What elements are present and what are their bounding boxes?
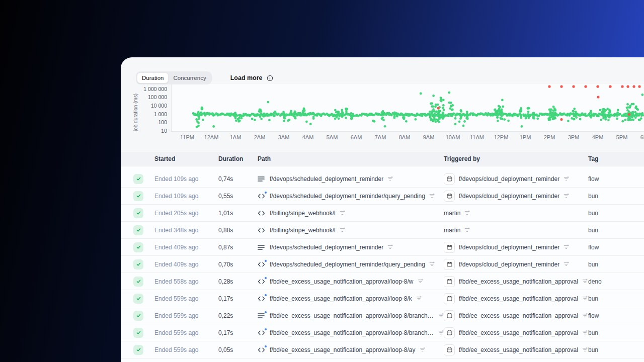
path-link[interactable]: f/bd/ee_excess_usage_notification_approv… [270, 346, 416, 353]
filter-icon[interactable] [564, 193, 569, 199]
filter-icon[interactable] [387, 244, 393, 250]
table-row[interactable]: Ended 109s ago0,74sf/devops/scheduled_de… [121, 170, 644, 188]
started-link[interactable]: Ended 559s ago [154, 295, 198, 302]
started-link[interactable]: Ended 559s ago [154, 312, 198, 319]
filter-icon[interactable] [387, 176, 393, 182]
script-icon [258, 279, 266, 285]
path-link[interactable]: f/bd/ee_excess_usage_notification_approv… [270, 312, 434, 319]
tag-value: bun [588, 227, 644, 234]
trigger-link[interactable]: f/bd/ee_excess_usage_notification_approv… [459, 329, 578, 336]
filter-icon[interactable] [340, 210, 345, 216]
trigger-link[interactable]: f/bd/ee_excess_usage_notification_approv… [459, 295, 578, 302]
info-icon[interactable] [267, 75, 273, 81]
path-link[interactable]: f/devops/scheduled_deployment_reminder/q… [270, 261, 425, 268]
trigger-link[interactable]: f/devops/cloud_deployment_reminder [459, 244, 559, 251]
started-link[interactable]: Ended 205s ago [154, 210, 198, 217]
started-link[interactable]: Ended 348s ago [154, 227, 198, 234]
path-link[interactable]: f/devops/scheduled_deployment_reminder/q… [270, 193, 425, 200]
duration-value: 0,28s [218, 278, 258, 285]
load-more-button[interactable]: Load more [230, 74, 273, 81]
x-tick-label: 6AM [351, 134, 362, 140]
x-tick-label: 3AM [278, 134, 290, 140]
filter-icon[interactable] [420, 347, 425, 352]
draft-dot-icon [265, 192, 267, 194]
started-link[interactable]: Ended 559s ago [154, 346, 198, 353]
filter-icon[interactable] [438, 330, 444, 335]
x-tick-label: 4PM [592, 134, 604, 140]
draft-dot-icon [265, 260, 267, 262]
success-icon [133, 277, 143, 287]
tab-concurrency[interactable]: Concurrency [169, 72, 210, 83]
flow-icon [258, 244, 266, 250]
x-tick-label: 6PM [640, 134, 644, 140]
column-header: Triggered by [444, 155, 588, 162]
table-row[interactable]: Ended 409s ago0,70sf/devops/scheduled_de… [121, 256, 644, 273]
filter-icon[interactable] [582, 313, 588, 318]
trigger-link[interactable]: martin [444, 227, 460, 234]
script-icon [258, 210, 266, 216]
started-link[interactable]: Ended 109s ago [154, 193, 198, 200]
duration-value: 0,55s [218, 193, 258, 200]
table-row[interactable]: Ended 559s ago0,17sf/bd/ee_excess_usage_… [121, 324, 644, 341]
duration-value: 0,05s [218, 346, 258, 353]
filter-icon[interactable] [564, 244, 569, 250]
started-link[interactable]: Ended 409s ago [154, 261, 198, 268]
trigger-link[interactable]: f/bd/ee_excess_usage_notification_approv… [459, 346, 578, 353]
path-link[interactable]: f/bd/ee_excess_usage_notification_approv… [270, 329, 434, 336]
x-tick-label: 11AM [470, 134, 484, 140]
filter-icon[interactable] [438, 313, 444, 318]
started-link[interactable]: Ended 559s ago [154, 329, 198, 336]
filter-icon[interactable] [564, 176, 569, 182]
table-header: StartedDurationPathTriggered byTag [121, 152, 644, 166]
filter-icon[interactable] [464, 210, 470, 216]
trigger-link[interactable]: f/bd/ee_excess_usage_notification_approv… [459, 312, 578, 319]
filter-icon[interactable] [582, 347, 588, 352]
trigger-link[interactable]: f/devops/cloud_deployment_reminder [459, 193, 559, 200]
x-tick-label: 5PM [616, 134, 628, 140]
path-link[interactable]: f/bd/ee_excess_usage_notification_approv… [270, 278, 414, 285]
filter-icon[interactable] [564, 261, 569, 267]
filter-icon[interactable] [340, 227, 345, 233]
filter-icon[interactable] [582, 296, 588, 301]
x-tick-label: 4AM [302, 134, 314, 140]
path-link[interactable]: f/devops/scheduled_deployment_reminder [270, 175, 383, 183]
tag-value: flow [588, 244, 644, 251]
table-row[interactable]: Ended 559s ago0,05sf/bd/ee_excess_usage_… [121, 341, 644, 358]
started-link[interactable]: Ended 558s ago [154, 278, 198, 285]
table-row[interactable]: Ended 348s ago0,88sf/billing/stripe_webh… [121, 222, 644, 239]
path-link[interactable]: f/billing/stripe_webhook/l [270, 210, 336, 217]
path-link[interactable]: f/bd/ee_excess_usage_notification_approv… [270, 295, 412, 302]
table-row[interactable]: Ended 205s ago1,01sf/billing/stripe_webh… [121, 205, 644, 222]
tab-duration[interactable]: Duration [137, 72, 169, 83]
table-row[interactable]: Ended 409s ago0,87sf/devops/scheduled_de… [121, 239, 644, 256]
path-link[interactable]: f/billing/stripe_webhook/l [270, 227, 336, 234]
filter-icon[interactable] [582, 330, 588, 335]
x-tick-label: 1AM [230, 134, 242, 140]
x-tick-label: 12PM [494, 134, 509, 140]
table-row[interactable]: Ended 559s ago0,22sf/bd/ee_excess_usage_… [121, 307, 644, 324]
filter-icon[interactable] [582, 279, 588, 284]
filter-icon[interactable] [418, 279, 423, 284]
schedule-icon [444, 310, 455, 321]
trigger-link[interactable]: martin [444, 210, 460, 217]
trigger-link[interactable]: f/bd/ee_excess_usage_notification_approv… [459, 278, 578, 285]
tag-value: flow [588, 312, 644, 319]
started-link[interactable]: Ended 409s ago [154, 244, 198, 251]
table-row[interactable]: Ended 559s ago0,17sf/bd/ee_excess_usage_… [121, 290, 644, 307]
draft-dot-icon [265, 311, 267, 313]
trigger-link[interactable]: f/devops/cloud_deployment_reminder [459, 175, 559, 183]
started-link[interactable]: Ended 109s ago [154, 175, 198, 183]
duration-value: 0,88s [218, 227, 258, 234]
table-row[interactable]: Ended 558s ago0,28sf/bd/ee_excess_usage_… [121, 273, 644, 290]
filter-icon[interactable] [464, 227, 470, 233]
filter-icon[interactable] [416, 296, 422, 301]
duration-value: 1,01s [218, 210, 258, 217]
path-link[interactable]: f/devops/scheduled_deployment_reminder [270, 244, 383, 251]
column-header: Path [258, 155, 444, 162]
trigger-link[interactable]: f/devops/cloud_deployment_reminder [459, 261, 559, 268]
duration-value: 0,17s [218, 295, 258, 302]
filter-icon[interactable] [429, 261, 435, 267]
success-icon [133, 345, 143, 355]
filter-icon[interactable] [429, 193, 435, 199]
table-row[interactable]: Ended 109s ago0,55sf/devops/scheduled_de… [121, 188, 644, 205]
